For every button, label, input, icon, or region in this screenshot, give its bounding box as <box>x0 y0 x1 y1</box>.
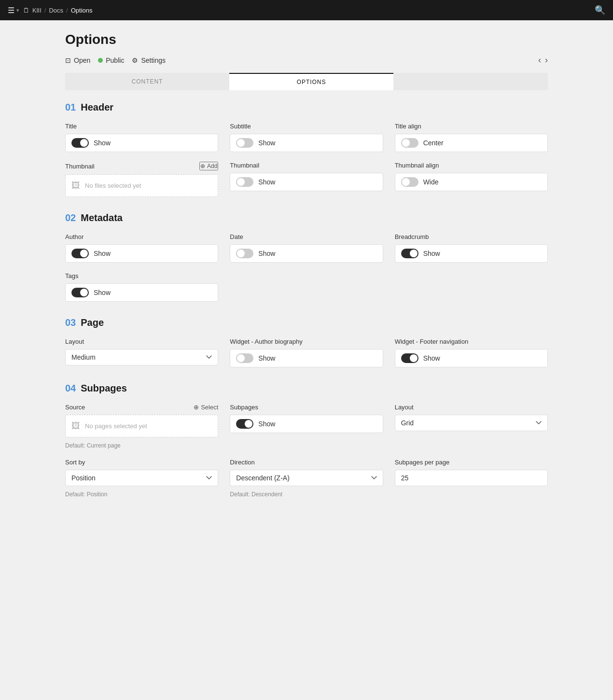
title-toggle-box: Show <box>65 134 218 152</box>
settings-button[interactable]: ⚙ Settings <box>132 56 166 64</box>
open-icon: ⊡ <box>65 56 71 64</box>
subtitle-toggle[interactable] <box>236 138 253 148</box>
field-source: Source ⊕ Select 🖼 No pages selected yet … <box>65 404 218 449</box>
field-direction: Direction Descendent (Z-A) Ascendent (A-… <box>230 459 383 498</box>
widget-footer-toggle-box: Show <box>395 349 548 367</box>
section-number-04: 04 <box>65 383 76 394</box>
thumbnail-file-placeholder: 🖼 No files selected yet <box>65 174 218 197</box>
header-fields-row1: Title Show Subtitle <box>65 123 548 152</box>
section-subpages: 04 Subpages Source ⊕ Select 🖼 No pages s… <box>65 383 548 498</box>
topbar: ☰ ▾ 🗒 KlII / Docs / Options 🔍 <box>0 0 613 20</box>
field-breadcrumb-label: Breadcrumb <box>395 233 548 240</box>
field-breadcrumb: Breadcrumb Show <box>395 233 548 263</box>
date-toggle-box: Show <box>230 244 383 263</box>
breadcrumb-kill[interactable]: KlII <box>32 7 42 14</box>
tab-content[interactable]: CONTENT <box>65 73 229 90</box>
title-toggle[interactable] <box>71 138 89 148</box>
public-button[interactable]: Public <box>98 56 124 64</box>
title-align-toggle[interactable] <box>401 138 418 148</box>
settings-icon: ⚙ <box>132 56 138 64</box>
subtitle-toggle-box: Show <box>230 134 383 152</box>
field-date-label: Date <box>230 233 383 240</box>
field-subtitle-label: Subtitle <box>230 123 383 130</box>
section-metadata: 02 Metadata Author Show <box>65 212 548 302</box>
add-icon: ⊕ <box>200 163 205 169</box>
title-align-toggle-box: Center <box>395 134 548 152</box>
widget-footer-toggle[interactable] <box>401 353 418 363</box>
select-plus-icon: ⊕ <box>194 404 199 411</box>
search-icon[interactable]: 🔍 <box>595 5 605 15</box>
field-sort-by: Sort by Position Title Date Default: Pos… <box>65 459 218 498</box>
metadata-fields-row2: Tags Show <box>65 272 548 302</box>
widget-author-toggle[interactable] <box>236 353 253 363</box>
sort-by-dropdown[interactable]: Position Title Date <box>65 470 218 486</box>
thumbnail-align-toggle-box: Wide <box>395 173 548 191</box>
field-sort-by-label: Sort by <box>65 459 218 466</box>
breadcrumb-toggle[interactable] <box>401 249 418 258</box>
field-title-align: Title align Center <box>395 123 548 152</box>
field-title-align-label: Title align <box>395 123 548 130</box>
toolbar-nav: ‹ › <box>538 55 548 65</box>
breadcrumb-current: Options <box>71 7 93 14</box>
pages-icon: 🖼 <box>71 421 80 431</box>
source-placeholder: 🖼 No pages selected yet <box>65 415 218 437</box>
field-thumbnail-align-label: Thumbnail align <box>395 162 548 169</box>
field-tags-label: Tags <box>65 272 218 280</box>
field-widget-footer-label: Widget - Footer navigation <box>395 338 548 345</box>
field-direction-label: Direction <box>230 459 383 466</box>
source-select-button[interactable]: ⊕ Select <box>194 404 218 411</box>
field-widget-footer: Widget - Footer navigation Show <box>395 338 548 367</box>
breadcrumb-toggle-box: Show <box>395 244 548 263</box>
subpages-fields-row1: Source ⊕ Select 🖼 No pages selected yet … <box>65 404 548 449</box>
section-number-03: 03 <box>65 317 76 328</box>
next-button[interactable]: › <box>545 55 548 65</box>
breadcrumb: 🗒 KlII / Docs / Options <box>23 7 92 14</box>
field-subpages-show-label: Subpages <box>230 404 383 411</box>
subpages-per-page-input[interactable] <box>395 470 548 486</box>
field-widget-author: Widget - Author biography Show <box>230 338 383 367</box>
toolbar: ⊡ Open Public ⚙ Settings ‹ › <box>65 55 548 65</box>
subpages-show-toggle[interactable] <box>236 419 253 429</box>
field-page-layout: Layout Medium Small Large Full <box>65 338 218 367</box>
direction-dropdown[interactable]: Descendent (Z-A) Ascendent (A-Z) <box>230 470 383 486</box>
page-layout-dropdown[interactable]: Medium Small Large Full <box>65 349 218 365</box>
chevron-icon: ▾ <box>16 7 19 14</box>
field-title-label: Title <box>65 123 218 130</box>
prev-button[interactable]: ‹ <box>538 55 541 65</box>
source-default-text: Default: Current page <box>65 442 218 449</box>
section-header: 01 Header Title Show Sub <box>65 102 548 197</box>
breadcrumb-docs[interactable]: Docs <box>49 7 63 14</box>
thumbnail-show-toggle-box: Show <box>230 173 383 191</box>
image-icon: 🖼 <box>71 181 80 191</box>
sort-by-default-text: Default: Position <box>65 491 218 498</box>
direction-default-text: Default: Descendent <box>230 491 383 498</box>
field-page-layout-label: Layout <box>65 338 218 345</box>
field-title: Title Show <box>65 123 218 152</box>
field-subpages-layout-label: Layout <box>395 404 548 411</box>
thumbnail-show-toggle[interactable] <box>236 177 253 187</box>
subpages-layout-dropdown[interactable]: Grid List <box>395 415 548 431</box>
section-title-metadata: Metadata <box>81 212 123 224</box>
field-subtitle: Subtitle Show <box>230 123 383 152</box>
section-title-header: Header <box>81 102 113 113</box>
section-title-subpages: Subpages <box>81 383 127 394</box>
tabs: CONTENT OPTIONS <box>65 73 548 90</box>
metadata-fields-row1: Author Show Date <box>65 233 548 263</box>
subpages-show-toggle-box: Show <box>230 415 383 433</box>
open-button[interactable]: ⊡ Open <box>65 56 90 64</box>
tab-options[interactable]: OPTIONS <box>229 73 393 90</box>
page-fields: Layout Medium Small Large Full Widget - … <box>65 338 548 367</box>
date-toggle[interactable] <box>236 249 253 258</box>
thumbnail-align-toggle[interactable] <box>401 177 418 187</box>
subpages-fields-row2: Sort by Position Title Date Default: Pos… <box>65 459 548 498</box>
field-author: Author Show <box>65 233 218 263</box>
menu-toggle[interactable]: ☰ ▾ <box>8 6 19 15</box>
section-page: 03 Page Layout Medium Small Large Full W… <box>65 317 548 367</box>
status-dot <box>98 58 103 63</box>
thumbnail-add-button[interactable]: ⊕ Add <box>199 162 218 170</box>
tags-toggle[interactable] <box>71 288 89 297</box>
field-subpages-show: Subpages Show <box>230 404 383 449</box>
field-thumbnail-upload: Thumbnail ⊕ Add 🖼 No files selected yet <box>65 162 218 197</box>
field-thumbnail-show: Thumbnail Show <box>230 162 383 197</box>
author-toggle[interactable] <box>71 249 89 258</box>
